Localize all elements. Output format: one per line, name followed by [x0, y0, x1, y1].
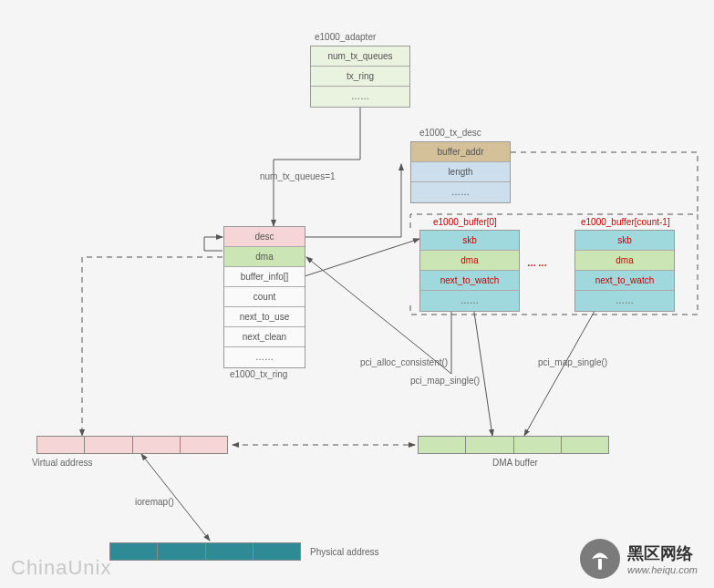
label-tx-desc: e1000_tx_desc — [419, 128, 481, 138]
field-ellipsis: …… — [420, 291, 519, 311]
label-dma: DMA buffer — [492, 458, 538, 468]
struct-tx-desc: buffer_addr length …… — [410, 141, 511, 203]
field-ellipsis: …… — [575, 291, 674, 311]
label-ioremap: ioremap() — [135, 497, 174, 507]
strip-virtual — [36, 436, 228, 454]
field-buffer-info: buffer_info[] — [224, 267, 305, 287]
strip-dma — [418, 436, 609, 454]
field-next-to-watch: next_to_watch — [575, 271, 674, 291]
field-num-tx-queues: num_tx_queues — [311, 46, 409, 67]
label-tx-ring: e1000_tx_ring — [230, 369, 287, 379]
field-count: count — [224, 287, 305, 307]
watermark: ChinaUnix — [11, 556, 112, 580]
diagram-canvas: e1000_adapter num_tx_queues tx_ring …… n… — [0, 0, 714, 588]
site-name: 黑区网络 — [627, 542, 698, 564]
label-virtual: Virtual address — [32, 458, 93, 468]
strip-physical — [109, 542, 301, 561]
field-ellipsis: …… — [411, 182, 510, 202]
buf-ellipsis: …… — [527, 258, 549, 268]
field-desc: desc — [224, 227, 305, 247]
field-dma: dma — [224, 247, 305, 267]
label-map1: pci_map_single() — [410, 376, 480, 386]
field-dma: dma — [575, 251, 674, 271]
mushroom-icon — [580, 539, 620, 579]
field-dma: dma — [420, 251, 519, 271]
label-alloc: pci_alloc_consistent() — [360, 357, 448, 367]
field-next-to-watch: next_to_watch — [420, 271, 519, 291]
struct-tx-ring: desc dma buffer_info[] count next_to_use… — [223, 226, 305, 368]
struct-buf0: skb dma next_to_watch …… — [419, 230, 520, 312]
label-buf0: e1000_buffer[0] — [433, 217, 497, 227]
site-url: www.heiqu.com — [627, 564, 698, 575]
field-tx-ring: tx_ring — [311, 67, 409, 87]
field-length: length — [411, 162, 510, 182]
field-next-clean: next_clean — [224, 327, 305, 347]
site-logo: 黑区网络 www.heiqu.com — [580, 539, 698, 579]
field-buffer-addr: buffer_addr — [411, 142, 510, 162]
field-skb: skb — [575, 231, 674, 251]
label-physical: Physical address — [310, 547, 379, 557]
label-bufN: e1000_buffer[count-1] — [581, 217, 670, 227]
label-adapter: e1000_adapter — [315, 32, 376, 42]
struct-adapter: num_tx_queues tx_ring …… — [310, 46, 410, 108]
field-next-to-use: next_to_use — [224, 307, 305, 327]
field-skb: skb — [420, 231, 519, 251]
struct-bufN: skb dma next_to_watch …… — [574, 230, 675, 312]
label-ntq: num_tx_queues=1 — [260, 171, 336, 181]
label-map2: pci_map_single() — [538, 357, 607, 367]
field-ellipsis: …… — [311, 87, 409, 107]
field-ellipsis: …… — [224, 347, 305, 367]
